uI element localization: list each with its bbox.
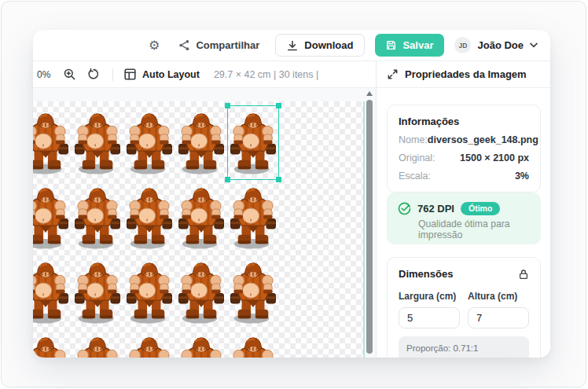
dwarf-sprite <box>75 259 120 325</box>
info-row-scale: Escala: 3% <box>399 171 529 182</box>
dimensions-card-header: Dimensões <box>399 268 529 280</box>
info-value-filename: diversos_geek_148.png <box>428 134 538 145</box>
dwarf-sprite <box>230 185 276 250</box>
info-label: Escala: <box>399 171 431 182</box>
user-menu[interactable]: JD João Doe <box>454 37 538 53</box>
canvas-item[interactable] <box>33 329 72 358</box>
dpi-badge: Ótimo <box>461 202 500 215</box>
dwarf-sprite <box>178 259 224 325</box>
auto-layout-button[interactable]: Auto Layout <box>124 68 200 80</box>
canvas-item[interactable] <box>227 105 279 180</box>
canvas-item[interactable] <box>33 105 72 180</box>
canvas-item[interactable] <box>123 105 175 180</box>
info-label: Original: <box>399 152 435 163</box>
scrollbar-up-arrow[interactable] <box>366 91 373 96</box>
dwarf-sprite <box>33 185 68 250</box>
dwarf-sprite <box>178 110 224 175</box>
info-value-scale: 3% <box>515 171 529 182</box>
settings-gear-icon[interactable]: ⚙ <box>149 39 160 52</box>
canvas-item[interactable] <box>123 329 175 358</box>
canvas-item[interactable] <box>123 180 175 255</box>
canvas-item[interactable] <box>33 255 72 329</box>
download-button[interactable]: Download <box>275 34 365 57</box>
dwarf-sprite <box>127 259 172 325</box>
download-icon <box>287 40 298 51</box>
info-label: Nome: <box>399 134 428 145</box>
dpi-line: 762 DPI Ótimo <box>398 202 530 215</box>
info-card-title: Informações <box>399 116 529 127</box>
dwarf-sprite <box>33 334 68 358</box>
area-text: Área: 35.0 cm² <box>406 356 521 358</box>
canvas-item[interactable] <box>175 329 227 358</box>
expand-diagonal-icon[interactable] <box>388 69 398 79</box>
rotate-ccw-icon <box>87 68 99 80</box>
dwarf-sprite <box>230 334 276 358</box>
save-label: Salvar <box>402 39 433 51</box>
ratio-area-box: Proporção: 0.71:1 Área: 35.0 cm² <box>399 336 529 358</box>
zoom-level: 0% <box>37 69 57 80</box>
download-label: Download <box>304 39 353 51</box>
save-button[interactable]: Salvar <box>375 34 444 57</box>
canvas-item[interactable] <box>72 105 123 180</box>
share-button[interactable]: Compartilhar <box>178 39 259 51</box>
dwarf-sprite <box>127 185 172 250</box>
dpi-description: Qualidade ótima para impressão <box>418 218 530 240</box>
height-label: Altura (cm) <box>468 291 529 302</box>
canvas-item[interactable] <box>123 255 175 329</box>
auto-layout-label: Auto Layout <box>142 69 200 80</box>
dwarf-sprite <box>33 259 68 325</box>
properties-panel: Informações Nome: diversos_geek_148.png … <box>376 88 550 358</box>
user-name: João Doe <box>477 39 524 51</box>
lock-aspect-button[interactable] <box>518 269 529 280</box>
reset-rotation-button[interactable] <box>81 68 105 80</box>
share-label: Compartilhar <box>196 39 259 51</box>
dwarf-sprite <box>75 334 120 358</box>
dpi-value: 762 DPI <box>417 203 454 215</box>
canvas-toolbar: 0% Auto Layout <box>33 61 376 87</box>
dwarf-sprite <box>33 110 68 175</box>
ratio-text: Proporção: 0.71:1 <box>406 342 521 356</box>
dimensions-card: Dimensões Largura (cm) Altura (cm) Propo… <box>387 257 541 358</box>
chevron-down-icon <box>530 42 538 48</box>
canvas-item[interactable] <box>175 105 227 180</box>
lock-icon <box>518 269 529 280</box>
info-card: Informações Nome: diversos_geek_148.png … <box>387 105 541 193</box>
scrollbar-thumb[interactable] <box>366 100 373 354</box>
canvas-viewport[interactable] <box>33 88 376 358</box>
dwarf-sprite <box>178 185 224 250</box>
share-nodes-icon <box>178 39 190 51</box>
dwarf-sprite <box>75 110 120 175</box>
zoom-in-button[interactable] <box>57 68 81 80</box>
canvas-item[interactable] <box>72 329 123 358</box>
canvas-item[interactable] <box>33 180 72 255</box>
width-input[interactable] <box>399 307 460 328</box>
toolbar-divider <box>112 68 113 81</box>
info-row-name: Nome: diversos_geek_148.png <box>399 134 529 145</box>
panel-header: Propriedades da Imagem <box>376 61 550 87</box>
dwarf-sprite <box>127 110 172 175</box>
dimensions-card-title: Dimensões <box>399 268 453 280</box>
canvas-item[interactable] <box>72 180 123 255</box>
canvas-item[interactable] <box>227 329 279 358</box>
toolbar-row: 0% Auto Layout <box>33 61 550 88</box>
canvas-item[interactable] <box>175 255 227 329</box>
dwarf-sprite <box>75 185 120 250</box>
dimension-labels: Largura (cm) Altura (cm) <box>399 291 529 302</box>
save-floppy-icon <box>386 40 396 50</box>
canvas-item[interactable] <box>72 255 123 329</box>
top-bar: ⚙ Compartilhar Download Salvar <box>33 30 550 61</box>
layout-grid-icon <box>124 68 136 80</box>
check-circle-icon <box>398 202 411 215</box>
canvas-scrollbar[interactable] <box>366 90 373 356</box>
canvas-item[interactable] <box>227 255 279 329</box>
dwarf-sprite <box>230 259 276 325</box>
dimension-inputs <box>399 307 529 328</box>
canvas-item[interactable] <box>227 180 279 255</box>
height-input[interactable] <box>468 307 529 328</box>
canvas-item[interactable] <box>175 180 227 255</box>
info-value-original-size: 1500 × 2100 px <box>460 152 529 163</box>
panel-title: Propriedades da Imagem <box>405 68 527 80</box>
app-window: ⚙ Compartilhar Download Salvar <box>33 30 550 358</box>
dpi-quality-card: 762 DPI Ótimo Qualidade ótima para impre… <box>387 193 541 244</box>
dwarf-sprite <box>230 110 276 175</box>
